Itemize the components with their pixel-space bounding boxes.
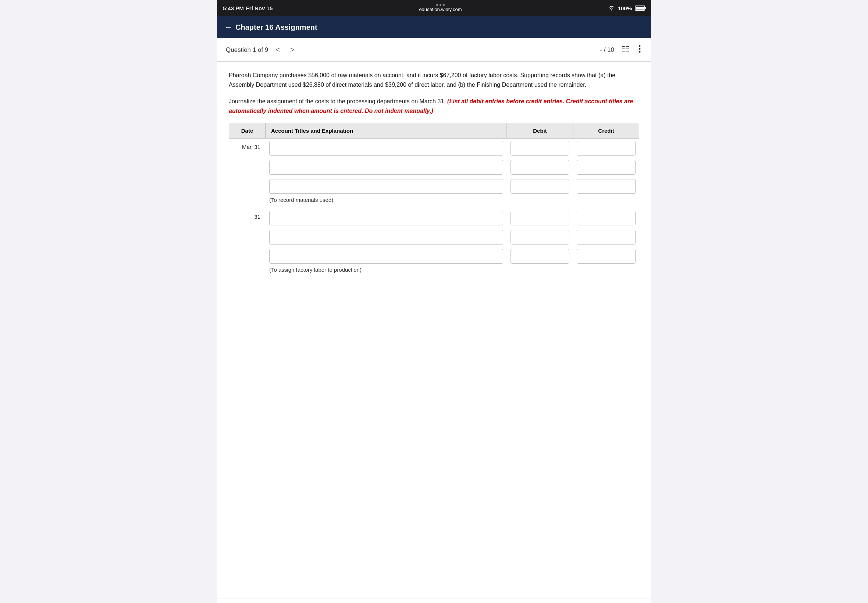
section1-note: (To record materials used)	[269, 197, 333, 203]
account-input-1-3[interactable]	[269, 179, 503, 194]
table-row	[229, 177, 639, 196]
debit-cell-2-1[interactable]	[507, 209, 573, 227]
table-row: 31	[229, 209, 639, 227]
date-cell-1: Mar. 31	[229, 139, 266, 158]
account-input-1-1[interactable]	[269, 141, 503, 156]
col-account: Account Titles and Explanation	[266, 123, 507, 139]
credit-input-1-2[interactable]	[577, 160, 636, 175]
credit-input-1-3[interactable]	[577, 179, 636, 194]
account-input-2-1[interactable]	[269, 211, 503, 226]
col-credit: Credit	[573, 123, 639, 139]
nav-title: Chapter 16 Assignment	[235, 23, 317, 32]
date-cell-2: 31	[229, 209, 266, 227]
date-empty-2-3	[229, 247, 266, 266]
debit-cell-1-3[interactable]	[507, 177, 573, 196]
svg-point-7	[639, 48, 641, 50]
credit-input-2-2[interactable]	[577, 230, 636, 244]
wifi-icon	[608, 6, 615, 11]
debit-cell-1-2[interactable]	[507, 158, 573, 177]
account-cell-2-1[interactable]	[266, 209, 507, 227]
next-question-button[interactable]: >	[287, 44, 297, 56]
question-nav: Question 1 of 9 < >	[226, 44, 297, 56]
prev-question-button[interactable]: <	[272, 44, 283, 56]
question-label: Question 1 of 9	[226, 46, 268, 54]
status-right: 100%	[608, 5, 645, 11]
debit-input-2-2[interactable]	[511, 230, 569, 244]
table-row	[229, 227, 639, 247]
journal-table: Date Account Titles and Explanation Debi…	[229, 123, 639, 278]
account-input-2-2[interactable]	[269, 230, 503, 244]
debit-input-2-1[interactable]	[511, 211, 569, 226]
debit-cell-2-3[interactable]	[507, 247, 573, 266]
debit-cell-1-1[interactable]	[507, 139, 573, 158]
account-cell-1-1[interactable]	[266, 139, 507, 158]
question-text: Pharoah Company purchases $56,000 of raw…	[229, 71, 639, 89]
time-display: 5:43 PM	[223, 5, 244, 11]
browser-dots	[436, 4, 445, 6]
date-empty-1-3	[229, 177, 266, 196]
date-empty-1-2	[229, 158, 266, 177]
account-cell-1-3[interactable]	[266, 177, 507, 196]
col-debit: Debit	[507, 123, 573, 139]
battery-percent: 100%	[618, 5, 632, 11]
credit-cell-2-1[interactable]	[573, 209, 639, 227]
more-icon	[639, 45, 641, 53]
date-display: Fri Nov 15	[246, 5, 273, 11]
credit-cell-2-2[interactable]	[573, 227, 639, 247]
credit-cell-2-3[interactable]	[573, 247, 639, 266]
list-icon	[622, 46, 630, 52]
date-empty-2-2	[229, 227, 266, 247]
table-row: Mar. 31	[229, 139, 639, 158]
status-center: education.wiley.com	[419, 4, 461, 12]
debit-input-1-3[interactable]	[511, 179, 569, 194]
account-cell-1-2[interactable]	[266, 158, 507, 177]
credit-input-1-1[interactable]	[577, 141, 636, 156]
question-header: Question 1 of 9 < > - / 10	[217, 38, 651, 62]
col-date: Date	[229, 123, 266, 139]
section2-note: (To assign factory labor to production)	[269, 267, 362, 273]
credit-input-2-1[interactable]	[577, 211, 636, 226]
content-area: Pharoah Company purchases $56,000 of raw…	[217, 62, 651, 598]
status-time: 5:43 PM Fri Nov 15	[223, 5, 272, 11]
account-cell-2-3[interactable]	[266, 247, 507, 266]
credit-input-2-3[interactable]	[577, 249, 636, 264]
bottom-bar: 🍪 To the nearest Med...	[217, 598, 651, 603]
account-input-2-3[interactable]	[269, 249, 503, 264]
battery-icon	[635, 6, 645, 11]
debit-input-1-2[interactable]	[511, 160, 569, 175]
note-row-1: (To record materials used)	[229, 196, 639, 209]
instruction-prefix: Journalize the assignment of the costs t…	[229, 98, 447, 104]
svg-point-8	[639, 51, 641, 53]
credit-cell-1-1[interactable]	[573, 139, 639, 158]
nav-header: ← Chapter 16 Assignment	[217, 16, 651, 38]
more-options-button[interactable]	[637, 43, 642, 56]
score-display: - / 10	[600, 46, 614, 54]
debit-input-1-1[interactable]	[511, 141, 569, 156]
table-row	[229, 247, 639, 266]
url-display[interactable]: education.wiley.com	[419, 7, 461, 12]
question-right: - / 10	[600, 43, 642, 56]
debit-input-2-3[interactable]	[511, 249, 569, 264]
note-row-2: (To assign factory labor to production)	[229, 266, 639, 278]
debit-cell-2-2[interactable]	[507, 227, 573, 247]
svg-point-6	[639, 45, 641, 47]
account-cell-2-2[interactable]	[266, 227, 507, 247]
back-button[interactable]: ← Chapter 16 Assignment	[224, 22, 317, 32]
credit-cell-1-2[interactable]	[573, 158, 639, 177]
status-bar: 5:43 PM Fri Nov 15 education.wiley.com 1…	[217, 0, 651, 16]
credit-cell-1-3[interactable]	[573, 177, 639, 196]
account-input-1-2[interactable]	[269, 160, 503, 175]
back-arrow-icon: ←	[224, 22, 232, 32]
instruction-text: Journalize the assignment of the costs t…	[229, 97, 639, 116]
table-row	[229, 158, 639, 177]
list-view-button[interactable]	[620, 44, 631, 56]
